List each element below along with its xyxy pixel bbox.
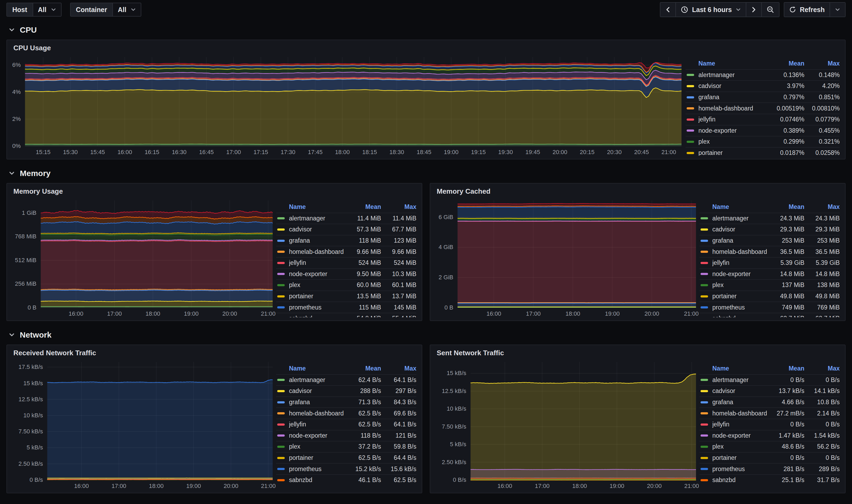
legend-row[interactable]: alertmanager 0.136% 0.148% (686, 69, 840, 80)
legend-row[interactable]: grafana 253 MiB 253 MiB (699, 235, 840, 246)
legend-col-max[interactable]: Max (804, 365, 840, 372)
panel-title[interactable]: Memory Usage (7, 183, 422, 196)
legend-col-mean[interactable]: Mean (343, 365, 381, 372)
svg-text:15:30: 15:30 (63, 149, 78, 156)
legend-row[interactable]: sabnzbd 62.7 MiB 62.7 MiB (699, 313, 840, 317)
refresh-interval-dropdown[interactable] (830, 3, 845, 17)
legend-col-mean[interactable]: Mean (767, 60, 804, 67)
legend-row[interactable]: homelab-dashboard 62.5 B/s 69.6 B/s (276, 408, 416, 419)
legend-col-name[interactable]: Name (712, 203, 767, 211)
legend-row[interactable]: plex 0.299% 0.321% (686, 136, 840, 147)
panel-title[interactable]: Memory Cached (430, 183, 845, 196)
legend-row[interactable]: alertmanager 0 B/s 0 B/s (699, 374, 840, 385)
timeseries-chart[interactable]: 0 B256 MiB512 MiB768 MiB1 GiB16:0017:001… (10, 196, 276, 318)
legend-col-name[interactable]: Name (289, 203, 343, 211)
legend-row[interactable]: cadvisor 57.3 MiB 67.7 MiB (276, 224, 416, 235)
legend-row[interactable]: cadvisor 288 B/s 297 B/s (276, 385, 416, 396)
series-color-swatch (700, 273, 708, 275)
legend-row[interactable]: jellyfin 0 B/s 0 B/s (699, 419, 840, 430)
time-shift-back-button[interactable] (660, 3, 675, 17)
series-name: alertmanager (289, 215, 343, 222)
legend-col-name[interactable]: Name (712, 365, 767, 372)
timeseries-chart[interactable]: 0 B/s2.50 kB/s5 kB/s7.50 kB/s10 kB/s12.5… (10, 358, 276, 491)
legend-row[interactable]: sabnzbd 54.8 MiB 55.4 MiB (276, 313, 416, 317)
series-max: 64.4 B/s (381, 454, 416, 462)
legend-row[interactable]: alertmanager 62.4 B/s 64.1 B/s (276, 374, 416, 385)
legend-row[interactable]: plex 48.6 B/s 56.2 B/s (699, 441, 840, 452)
timeseries-chart[interactable]: 0 B/s2.50 kB/s5 kB/s7.50 kB/s10 kB/s12.5… (433, 358, 699, 491)
legend-col-max[interactable]: Max (381, 203, 416, 211)
legend-header: Name Mean Max (276, 201, 416, 213)
legend-row[interactable]: jellyfin 0.0746% 0.0779% (686, 114, 840, 125)
legend-col-mean[interactable]: Mean (767, 203, 804, 211)
legend-row[interactable]: node-exporter 1.47 kB/s 1.54 kB/s (699, 430, 840, 441)
legend-row[interactable]: grafana 0.797% 0.851% (686, 91, 840, 103)
legend-row[interactable]: grafana 71.3 B/s 84.3 B/s (276, 396, 416, 408)
legend-row[interactable]: portainer 0.0187% 0.0258% (686, 147, 840, 156)
legend-row[interactable]: jellyfin 524 MiB 524 MiB (276, 257, 416, 268)
legend-row[interactable]: grafana 4.66 B/s 10.8 B/s (699, 396, 840, 408)
legend-row[interactable]: cadvisor 29.3 MiB 29.3 MiB (699, 224, 840, 235)
section-header-network[interactable]: Network (6, 327, 846, 342)
legend-col-max[interactable]: Max (381, 365, 416, 372)
legend-row[interactable]: cadvisor 13.7 kB/s 14.1 kB/s (699, 385, 840, 396)
timeseries-chart[interactable]: 0%2%4%6%15:1515:3015:4516:0016:1516:3016… (10, 53, 686, 157)
legend-row[interactable]: alertmanager 11.4 MiB 11.4 MiB (276, 213, 416, 224)
series-max: 10.8 B/s (804, 399, 840, 406)
section-header-memory[interactable]: Memory (6, 166, 846, 181)
series-mean: 4.66 B/s (767, 399, 804, 406)
legend-row[interactable]: portainer 49.8 MiB 49.8 MiB (699, 290, 840, 302)
series-max: 0.148% (804, 71, 840, 79)
timeseries-chart[interactable]: 0 B2 GiB4 GiB6 GiB16:0017:0018:0019:0020… (433, 196, 699, 318)
legend-row[interactable]: homelab-dashboard 9.66 MiB 9.66 MiB (276, 246, 416, 257)
legend-row[interactable]: prometheus 281 B/s 289 B/s (699, 463, 840, 474)
legend-col-max[interactable]: Max (804, 203, 840, 211)
legend-row[interactable]: prometheus 15.2 kB/s 15.6 kB/s (276, 463, 416, 474)
series-color-swatch (687, 129, 694, 132)
legend-row[interactable]: plex 37.2 B/s 59.8 B/s (276, 441, 416, 452)
panel-title[interactable]: Received Network Traffic (7, 345, 422, 358)
legend-row[interactable]: jellyfin 5.39 GiB 5.39 GiB (699, 257, 840, 268)
zoom-out-time-button[interactable] (761, 3, 779, 17)
legend-header: Name Mean Max (276, 363, 416, 374)
legend-col-mean[interactable]: Mean (767, 365, 804, 372)
legend-row[interactable]: prometheus 749 MiB 769 MiB (699, 302, 840, 313)
host-variable-select[interactable]: All (33, 3, 61, 16)
legend-row[interactable]: portainer 0 B/s 0 B/s (699, 452, 840, 463)
legend-col-mean[interactable]: Mean (343, 203, 381, 211)
legend-row[interactable]: grafana 118 MiB 123 MiB (276, 235, 416, 246)
legend-col-max[interactable]: Max (804, 60, 840, 67)
legend-row[interactable]: homelab-dashboard 0.00519% 0.00810% (686, 103, 840, 114)
svg-text:18:00: 18:00 (149, 483, 163, 489)
time-shift-forward-button[interactable] (746, 3, 761, 17)
legend-row[interactable]: homelab-dashboard 27.2 mB/s 2.14 B/s (699, 408, 840, 419)
panel-title[interactable]: CPU Usage (7, 40, 845, 53)
legend-row[interactable]: plex 137 MiB 138 MiB (699, 279, 840, 290)
legend-col-name[interactable]: Name (289, 365, 343, 372)
legend-row[interactable]: alertmanager 24.3 MiB 24.3 MiB (699, 213, 840, 224)
time-range-picker-button[interactable]: Last 6 hours (675, 3, 746, 17)
legend-row[interactable]: portainer 62.5 B/s 64.4 B/s (276, 452, 416, 463)
container-variable-select[interactable]: All (112, 3, 141, 16)
svg-text:20:45: 20:45 (634, 149, 649, 156)
panel-title[interactable]: Sent Network Traffic (430, 345, 845, 358)
legend-row[interactable]: node-exporter 14.8 MiB 14.8 MiB (699, 268, 840, 280)
legend-row[interactable]: prometheus 115 MiB 145 MiB (276, 302, 416, 313)
series-max: 769 MiB (804, 304, 840, 311)
refresh-button[interactable]: Refresh (784, 3, 830, 17)
legend-col-name[interactable]: Name (698, 60, 767, 67)
legend-row[interactable]: jellyfin 62.5 B/s 64.1 B/s (276, 419, 416, 430)
legend-row[interactable]: homelab-dashboard 36.5 MiB 36.5 MiB (699, 246, 840, 257)
legend-row[interactable]: node-exporter 9.50 MiB 10.3 MiB (276, 268, 416, 280)
legend-row[interactable]: node-exporter 0.389% 0.455% (686, 125, 840, 136)
legend-row[interactable]: sabnzbd 25.1 B/s 31.7 B/s (699, 474, 840, 486)
series-max: 0.321% (804, 138, 840, 145)
series-name: jellyfin (698, 116, 767, 123)
dashboard-submenu: Host All Container All (0, 0, 852, 19)
legend-row[interactable]: plex 60.0 MiB 60.1 MiB (276, 279, 416, 290)
legend-row[interactable]: cadvisor 3.97% 4.20% (686, 80, 840, 91)
section-header-cpu[interactable]: CPU (6, 22, 846, 37)
legend-row[interactable]: portainer 13.5 MiB 13.7 MiB (276, 290, 416, 302)
legend-row[interactable]: sabnzbd 46.1 B/s 62.5 B/s (276, 474, 416, 486)
legend-row[interactable]: node-exporter 118 B/s 121 B/s (276, 430, 416, 441)
